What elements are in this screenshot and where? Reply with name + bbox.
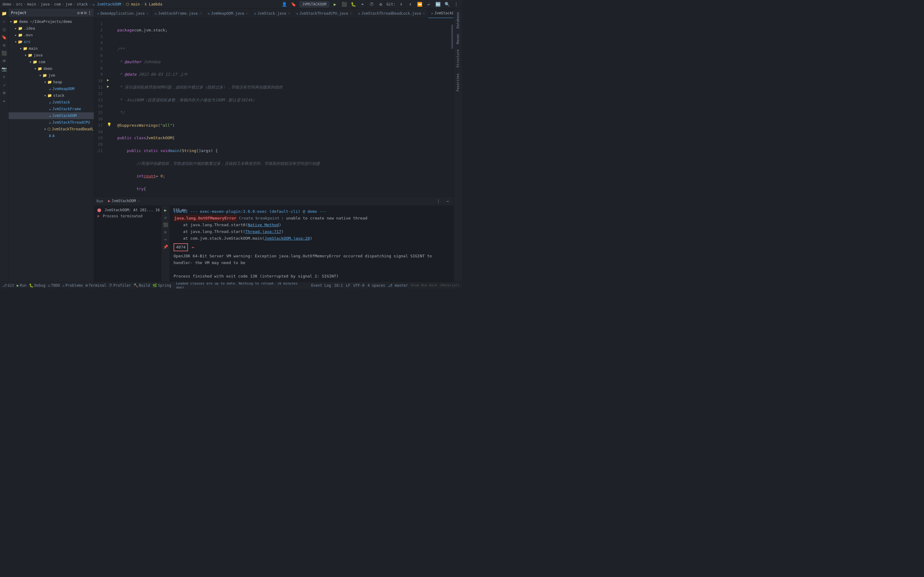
run-bottom[interactable]: ▶ Run: [17, 283, 27, 288]
translate-button[interactable]: 🔤: [435, 1, 441, 8]
git-push-button[interactable]: ⬆: [407, 1, 414, 8]
run-play-icon[interactable]: ▶: [163, 207, 169, 213]
close-jvmstackframe[interactable]: ✕: [200, 11, 201, 15]
structure-icon[interactable]: ◫: [1, 26, 8, 33]
commit-icon[interactable]: ✓: [1, 18, 8, 25]
star-icon[interactable]: ★: [1, 97, 8, 105]
run-wrap-icon[interactable]: ⇥: [163, 236, 169, 242]
breadcrumb-demo: demo: [2, 2, 11, 6]
search-button[interactable]: 🔍: [444, 1, 451, 8]
tree-item-jvmstackdeadlock[interactable]: ▾ ⬡ JvmStackThreadDeadLoc...: [8, 126, 94, 132]
run-filter-icon[interactable]: ≡: [163, 229, 169, 235]
coverage-button[interactable]: ☂: [359, 1, 366, 8]
tree-item-java[interactable]: ▾ 📁 java: [8, 52, 94, 59]
more-button[interactable]: ⋮: [453, 1, 460, 8]
run-button[interactable]: ▶: [331, 1, 338, 8]
encoding-indicator[interactable]: UTF-8: [354, 283, 365, 288]
tree-item-a[interactable]: A A: [8, 132, 94, 139]
profiler-bottom[interactable]: ⏱ Profiler: [109, 283, 131, 288]
run-tab[interactable]: ▶ JvmStackOOM ✕: [106, 197, 142, 206]
tree-item-demo[interactable]: ▾ 📁 demo: [8, 65, 94, 72]
run-minimize-button[interactable]: −: [444, 198, 451, 205]
run-menu-button[interactable]: ⋮: [435, 198, 442, 205]
build-bottom[interactable]: 🔨 Build: [134, 283, 150, 288]
tab-jvmheapoom[interactable]: ☕ JvmHeapOOM.java ✕: [205, 8, 251, 18]
tree-item-idea[interactable]: ▸ 📁 .idea: [8, 25, 94, 32]
tree-item-jvm[interactable]: ▾ 📁 jvm: [8, 72, 94, 79]
debug-button[interactable]: 🐛: [350, 1, 357, 8]
git-bottom[interactable]: ⎇ Git: [2, 283, 15, 288]
todo-bottom[interactable]: ☑ TODO: [48, 283, 60, 288]
right-tab-structure[interactable]: Structure: [455, 47, 460, 70]
right-tab-favorites[interactable]: Favorites: [455, 71, 460, 94]
run-close-icon[interactable]: ✕: [137, 199, 139, 203]
download-icon[interactable]: ⬇: [1, 73, 8, 81]
tree-item-stack[interactable]: ▾ 📁 stack: [8, 92, 94, 99]
tree-item-com[interactable]: ▾ 📁 com: [8, 59, 94, 65]
tree-item-src[interactable]: ▾ 📂 src: [8, 39, 94, 45]
editor-scrollbar[interactable]: [451, 18, 454, 196]
avatar-button[interactable]: 👤: [281, 1, 288, 8]
run-tree-item-process[interactable]: ⬤ JvmStackOOM: At 202... 16 sec, 533 ms: [95, 207, 160, 213]
settings-button[interactable]: ⚙: [377, 1, 384, 8]
tree-item-jvmheapoom[interactable]: ☕ JvmHeapOOM: [8, 85, 94, 92]
branch-indicator[interactable]: ⎇ master: [388, 283, 408, 288]
problems-bottom[interactable]: ⚠ Problems: [62, 283, 83, 288]
eye-icon[interactable]: 👁: [1, 57, 8, 65]
editor-scrollbar-thumb[interactable]: [451, 24, 453, 49]
tree-item-root[interactable]: ▾ 📁 demo ~/IdeaProjects/demo: [8, 18, 94, 25]
tree-item-main[interactable]: ▾ 📁 main: [8, 45, 94, 52]
right-tab-maven[interactable]: Maven: [455, 31, 460, 47]
git-undo-button[interactable]: ↩: [425, 1, 432, 8]
close-jvmstack[interactable]: ✕: [288, 11, 290, 15]
close-demoapplication[interactable]: ✕: [146, 11, 148, 15]
tree-item-jvmstackthreadcpu[interactable]: ☕ JvmStackThreadCPU: [8, 119, 94, 126]
tree-item-jvmstack[interactable]: ☕ JvmStack: [8, 99, 94, 106]
grid-icon[interactable]: ⊞: [1, 89, 8, 97]
lf-indicator[interactable]: LF: [346, 283, 350, 288]
git-update-button[interactable]: ⬇: [398, 1, 405, 8]
spring-bottom[interactable]: 🌿 Spring: [152, 283, 171, 288]
profile-button[interactable]: ⏱: [368, 1, 375, 8]
run-stop-icon[interactable]: ⬛: [163, 222, 169, 228]
debug-bottom[interactable]: 🐛 Debug: [29, 283, 45, 288]
tree-item-jvmstackoom[interactable]: ☕ JvmStackOOM: [8, 112, 94, 119]
position-indicator[interactable]: 18:1: [334, 283, 343, 288]
close-jvmstackthreaddeadlock[interactable]: ✕: [423, 11, 425, 15]
close-jvmstackthreadcpu[interactable]: ✕: [350, 11, 352, 15]
tab-jvmstackframe[interactable]: ☕ JvmStackFrame.java ✕: [152, 8, 205, 18]
project-title: Project: [11, 11, 27, 15]
share-icon[interactable]: ↗: [1, 81, 8, 89]
stop-button[interactable]: ⬛: [341, 1, 347, 8]
project-expand-icon[interactable]: ⊞: [81, 11, 83, 15]
tab-jvmstackthreadcpu[interactable]: ☕ JvmStackThreadCPU.java ✕: [293, 8, 355, 18]
project-icon[interactable]: 📁: [1, 10, 8, 17]
bookmark-button[interactable]: 🔖: [290, 1, 297, 8]
right-tab-database[interactable]: Database: [455, 10, 460, 31]
tree-item-jvmstackframe[interactable]: ☕ JvmStackFrame: [8, 106, 94, 112]
close-jvmheapoom[interactable]: ✕: [246, 11, 248, 15]
bookmark-side-icon[interactable]: 🔖: [1, 34, 8, 41]
code-lines[interactable]: package com.jvm.stack; /** * @author Joh…: [112, 18, 451, 196]
camera-icon[interactable]: 📷: [1, 65, 8, 73]
git-history-button[interactable]: ⏪: [416, 1, 423, 8]
run-pin-icon[interactable]: 📌: [163, 243, 169, 250]
tab-jvmstackthreaddeadlock[interactable]: ☕ JvmStackThreadDeadLock.java ✕: [355, 8, 428, 18]
terminal-bottom[interactable]: ⊞ Terminal: [86, 283, 106, 288]
stop-side-icon[interactable]: ⬛: [1, 50, 8, 57]
run-tree-item-terminated[interactable]: ⊗ Process terminated: [95, 213, 160, 219]
run-config-selector[interactable]: JVMSTACKOOM: [299, 1, 329, 7]
run-rerun-icon[interactable]: ↺: [163, 214, 169, 221]
project-collapse-icon[interactable]: ⊟: [84, 11, 86, 15]
tree-item-heap[interactable]: ▾ 📁 heap: [8, 79, 94, 85]
tab-jvmstackoom[interactable]: ☕ JvmStackOOM.java ✕: [428, 8, 454, 18]
tab-jvmstack[interactable]: ☕ JvmStack.java ✕: [251, 8, 293, 18]
line-numbers: 12345 678910 1112131415 1617181920 21: [94, 18, 106, 196]
spaces-indicator[interactable]: 4 spaces: [368, 283, 385, 288]
project-locate-icon[interactable]: ◎: [77, 11, 79, 15]
project-options-icon[interactable]: ⋮: [88, 11, 91, 15]
tab-demoapplication[interactable]: ☕ DemoApplication.java ✕: [94, 8, 152, 18]
settings-side-icon[interactable]: ⚙: [1, 42, 8, 49]
tree-item-mvn[interactable]: ▸ 📁 .mvn: [8, 32, 94, 39]
event-log-bottom[interactable]: Event Log: [311, 283, 331, 288]
